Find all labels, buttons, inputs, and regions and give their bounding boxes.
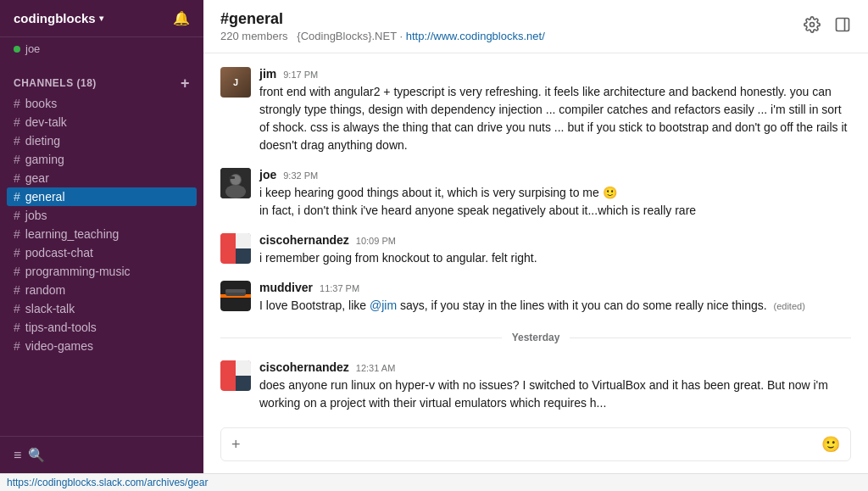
avatar-cisco [220, 233, 251, 264]
sidebar-item-dieting[interactable]: # dieting [0, 131, 203, 150]
sidebar-item-general[interactable]: # general [7, 187, 197, 206]
chat-header: #general 220 members {CodingBlocks}.NET … [203, 0, 868, 53]
channel-subtitle: 220 members {CodingBlocks}.NET · http://… [220, 30, 545, 42]
message-header: ciscohernandez 12:31 AM [259, 360, 851, 374]
user-status: joe [0, 37, 203, 64]
sidebar-item-learning-teaching[interactable]: # learning_teaching [0, 225, 203, 243]
hash-icon: # [14, 190, 20, 204]
mention-jim: @jim [370, 299, 397, 312]
sidebar-item-programming-music[interactable]: # programming-music [0, 262, 203, 281]
sidebar-item-dev-talk[interactable]: # dev-talk [0, 113, 203, 131]
panel-icon[interactable] [834, 16, 851, 37]
sidebar: codingblocks ▾ 🔔 joe CHANNELS (18) + # b… [0, 0, 203, 473]
message-content: joe 9:32 PM i keep hearing good things a… [259, 168, 696, 220]
workspace-chevron-icon: ▾ [99, 14, 103, 23]
svg-rect-10 [236, 248, 251, 264]
hash-icon: # [14, 227, 20, 241]
message-input-area: + 🙂 [203, 417, 868, 473]
channel-name: dieting [25, 134, 60, 148]
message-row: ciscohernandez 12:31 AM does anyone run … [220, 360, 851, 412]
sidebar-item-books[interactable]: # books [0, 94, 203, 113]
sidebar-item-slack-talk[interactable]: # slack-talk [0, 299, 203, 318]
chat-header-actions [804, 16, 851, 37]
message-author: muddiver [259, 281, 313, 294]
attach-icon[interactable]: + [231, 436, 241, 454]
settings-icon[interactable] [804, 16, 821, 37]
svg-rect-17 [225, 289, 246, 293]
bell-icon[interactable]: 🔔 [173, 10, 190, 26]
sidebar-item-video-games[interactable]: # video-games [0, 337, 203, 355]
hash-icon: # [14, 209, 20, 222]
message-text: i remember going from knockout to angula… [259, 249, 537, 267]
channel-name: random [25, 283, 65, 297]
message-author: ciscohernandez [259, 360, 349, 374]
hash-icon: # [14, 321, 20, 334]
avatar-joe [220, 168, 251, 198]
channel-name: learning_teaching [25, 227, 120, 241]
channel-name: tips-and-tools [25, 321, 97, 334]
channel-name: books [25, 97, 57, 110]
hash-icon: # [14, 302, 20, 315]
date-divider: Yesterday [220, 332, 851, 343]
sidebar-item-random[interactable]: # random [0, 281, 203, 299]
channel-link[interactable]: http://www.codingblocks.net/ [406, 30, 545, 42]
workspace-name[interactable]: codingblocks ▾ [14, 11, 103, 25]
hash-icon: # [14, 246, 20, 259]
hash-icon: # [14, 339, 20, 353]
hamburger-icon[interactable]: ≡ [14, 448, 21, 463]
sidebar-footer: ≡ 🔍 [0, 436, 203, 473]
sidebar-item-podcast-chat[interactable]: # podcast-chat [0, 243, 203, 262]
message-time: 12:31 AM [356, 363, 395, 373]
hash-icon: # [14, 283, 20, 297]
emoji-icon[interactable]: 🙂 [821, 435, 840, 454]
workspace-header: codingblocks ▾ 🔔 [0, 0, 203, 37]
message-input[interactable] [249, 438, 813, 451]
avatar-jim: J [220, 67, 251, 98]
message-text: front end with angular2 + typescript is … [259, 83, 851, 154]
hash-icon: # [14, 115, 20, 129]
channels-section: CHANNELS (18) + # books # dev-talk # die… [0, 64, 203, 436]
message-row: J jim 9:17 PM front end with angular2 + … [220, 67, 851, 154]
message-header: ciscohernandez 10:09 PM [259, 233, 537, 247]
svg-point-5 [225, 185, 246, 198]
add-channel-icon[interactable]: + [181, 75, 190, 91]
message-time: 9:17 PM [283, 70, 318, 80]
divider-line-right [570, 338, 851, 338]
status-bar: https://codingblocks.slack.com/archives/… [0, 473, 868, 491]
status-url: https://codingblocks.slack.com/archives/… [7, 477, 208, 488]
channel-name: slack-talk [25, 302, 75, 315]
message-input-box: + 🙂 [220, 427, 851, 461]
message-author: jim [259, 67, 276, 81]
channel-name: podcast-chat [25, 246, 93, 259]
svg-rect-7 [229, 176, 235, 179]
message-text: i keep hearing good things about it, whi… [259, 184, 696, 202]
message-header: joe 9:32 PM [259, 168, 696, 181]
channel-name: video-games [25, 339, 93, 353]
channel-name: general [25, 190, 65, 204]
sidebar-item-gaming[interactable]: # gaming [0, 150, 203, 169]
sidebar-item-tips-and-tools[interactable]: # tips-and-tools [0, 318, 203, 337]
hash-icon: # [14, 97, 20, 110]
hash-icon: # [14, 134, 20, 148]
channels-section-header: CHANNELS (18) + [0, 64, 203, 94]
channel-name: gaming [25, 153, 64, 166]
messages-area[interactable]: J jim 9:17 PM front end with angular2 + … [203, 53, 868, 417]
date-divider-text: Yesterday [512, 332, 560, 343]
channel-name: gear [25, 171, 49, 185]
svg-rect-1 [837, 18, 849, 31]
svg-point-0 [810, 22, 815, 26]
svg-point-6 [231, 175, 241, 185]
sidebar-item-jobs[interactable]: # jobs [0, 206, 203, 225]
divider-line-left [220, 338, 502, 338]
svg-rect-20 [236, 376, 251, 391]
svg-rect-21 [220, 360, 236, 376]
message-author: joe [259, 168, 276, 181]
status-dot [14, 46, 20, 53]
message-row: ciscohernandez 10:09 PM i remember going… [220, 233, 851, 267]
search-icon[interactable]: 🔍 [28, 447, 45, 463]
chat-header-left: #general 220 members {CodingBlocks}.NET … [220, 10, 545, 42]
workspace-name-label: codingblocks [14, 11, 96, 25]
svg-rect-11 [220, 233, 236, 248]
sidebar-item-gear[interactable]: # gear [0, 169, 203, 187]
message-content: ciscohernandez 12:31 AM does anyone run … [259, 360, 851, 412]
